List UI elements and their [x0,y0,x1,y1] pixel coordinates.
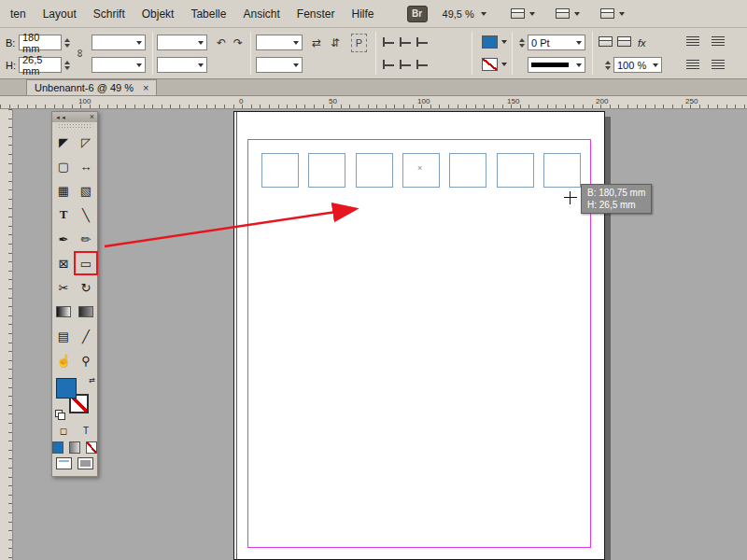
shear-combo[interactable] [256,35,303,50]
drop-shadow-icon[interactable] [599,36,613,47]
stroke-weight-combo[interactable]: 0 Pt [528,35,585,50]
rectangle-frame-2[interactable] [308,153,345,188]
view-options-icon [511,8,525,19]
type-tool[interactable]: T [52,203,75,226]
effects-fx-button[interactable]: fx [638,37,646,49]
gap-tool[interactable]: ↔ [75,155,97,177]
reference-combo[interactable] [256,57,303,73]
y-scale-combo[interactable] [92,57,146,73]
workspace-button[interactable] [600,8,625,19]
align-right-icon[interactable] [416,37,428,47]
formatting-affects-text-button[interactable]: T [78,423,94,438]
flip-horizontal-icon[interactable]: ⇄ [310,36,323,49]
distribute-center-icon[interactable] [400,60,411,69]
rectangle-frame-7[interactable] [543,153,581,188]
height-input[interactable]: 26,5 mm [19,57,62,73]
formatting-affects-container-button[interactable]: ◻ [55,423,72,438]
zoom-level-combo[interactable]: 49,5 % [439,7,490,21]
arrange-documents-icon [556,8,570,19]
apply-none-button[interactable] [86,441,97,454]
scissors-tool[interactable]: ✂ [52,276,75,299]
rectangle-frame-3[interactable] [356,153,393,188]
normal-view-button[interactable] [56,457,72,469]
gradient-feather-tool[interactable] [75,301,97,323]
rectangle-frame-5[interactable] [449,153,486,188]
height-stepper[interactable] [63,57,71,73]
content-placer-tool[interactable]: ▧ [75,179,97,202]
view-options-button[interactable] [511,8,535,19]
menu-fenster[interactable]: Fenster [289,5,344,23]
vertical-ruler[interactable] [0,109,13,560]
page-tool[interactable]: ▢ [52,155,75,177]
panel-lines-icon-1[interactable] [686,36,699,46]
menu-hilfe[interactable]: Hilfe [344,5,383,23]
selection-tool[interactable]: ◤ [52,131,75,153]
separator [592,32,593,75]
stroke-weight-stepper[interactable] [517,35,526,50]
close-panel-icon[interactable]: × [90,113,94,121]
apply-color-button[interactable] [52,441,63,454]
pasteboard[interactable]: × ◄◄ × ◤ ◸ ▢ ↔ ▦ ▧ T ╲ ✒ ✏ ⊠ ▭ ✂ [0,109,747,560]
horizontal-ruler[interactable]: 100 0 50 100 150 200 250 [0,96,747,109]
content-collector-tool[interactable]: ▦ [52,179,75,202]
ruler-label: 0 [239,97,243,105]
rotate-ccw-icon[interactable]: ↶ [215,36,228,49]
menu-ansicht[interactable]: Ansicht [234,5,288,23]
stroke-style-combo[interactable] [528,57,585,73]
free-transform-tool[interactable]: ↻ [75,276,97,299]
distribute-left-icon[interactable] [383,60,394,69]
align-center-icon[interactable] [400,37,411,47]
skew-combo[interactable] [157,57,207,73]
rotation-angle-combo[interactable] [157,35,207,50]
chevron-down-icon[interactable] [501,40,507,44]
panel-lines-icon-3[interactable] [686,60,699,69]
width-input[interactable]: 180 mm [19,35,62,50]
frame-tool[interactable]: ⊠ [52,252,75,274]
pen-tool[interactable]: ✒ [52,228,75,250]
apply-gradient-button[interactable] [69,441,80,454]
menu-objekt[interactable]: Objekt [134,5,183,23]
default-fill-stroke-icon[interactable] [55,410,65,420]
rectangle-tool[interactable]: ▭ [75,252,97,274]
x-scale-combo[interactable] [92,35,146,50]
gradient-swatch-tool[interactable] [52,301,75,323]
constrain-proportions-icon[interactable]: ∞ [69,47,92,60]
align-left-icon[interactable] [383,37,394,47]
rectangle-frame-1[interactable] [261,153,299,188]
rotate-cw-icon[interactable]: ↷ [232,36,245,49]
pencil-tool[interactable]: ✏ [75,228,97,250]
zoom-tool[interactable]: ⚲ [75,349,97,371]
note-tool[interactable]: ▤ [52,325,75,347]
scale-percent-combo[interactable]: 100 % [613,57,662,73]
rectangle-frame-6[interactable] [497,153,534,188]
stroke-color-swatch[interactable] [482,58,498,71]
flip-vertical-icon[interactable]: ⇵ [329,36,342,49]
menu-schrift[interactable]: Schrift [85,5,134,23]
stroke-weight-value: 0 Pt [531,37,550,49]
chevron-down-icon [293,41,299,45]
eyedropper-tool[interactable]: ╱ [75,325,97,347]
object-style-icon[interactable] [617,36,631,47]
menu-tabelle[interactable]: Tabelle [182,5,234,23]
preview-view-button[interactable] [78,457,93,469]
panel-lines-icon-4[interactable] [712,60,725,69]
document-tab[interactable]: Unbenannt-6 @ 49 % × [26,79,157,95]
document-page[interactable]: × [233,111,605,560]
line-tool[interactable]: ╲ [75,203,97,226]
hand-tool[interactable]: ☝ [52,349,75,371]
fill-color-swatch[interactable] [482,35,498,49]
collapse-panel-icon[interactable]: ◄◄ [55,115,66,120]
swap-fill-stroke-icon[interactable]: ⇄ [89,376,95,385]
bridge-button[interactable]: Br [407,6,428,22]
fill-proxy-swatch[interactable] [56,378,77,399]
menu-layout[interactable]: Layout [35,5,85,23]
panel-lines-icon-2[interactable] [712,36,725,46]
chevron-down-icon[interactable] [501,63,507,66]
panel-grip[interactable] [52,122,97,131]
direct-selection-tool[interactable]: ◸ [75,131,97,153]
distribute-right-icon[interactable] [416,60,428,69]
arrange-documents-button[interactable] [556,8,580,19]
tab-close-icon[interactable]: × [143,82,148,93]
menu-bearbeiten[interactable]: ten [2,5,35,23]
scale-stepper[interactable] [603,57,612,73]
